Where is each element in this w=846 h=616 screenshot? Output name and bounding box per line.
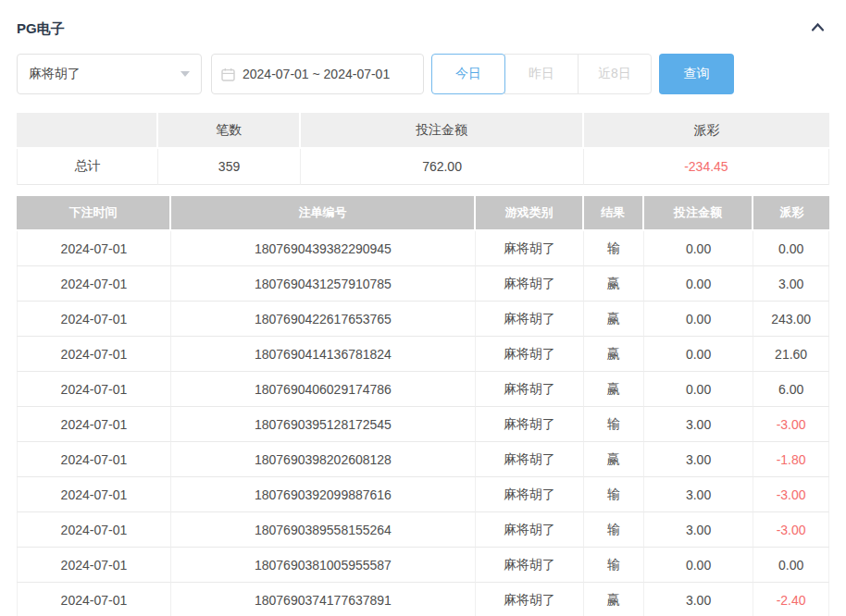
cell-result: 输 — [584, 548, 644, 583]
cell-ticket-number: 1807690395128172545 — [171, 407, 476, 442]
cell-result: 输 — [584, 477, 644, 512]
cell-payout: -3.00 — [753, 512, 829, 548]
cell-result: 赢 — [584, 372, 644, 407]
records-header-cell: 游戏类别 — [476, 196, 584, 231]
cell-payout: -3.00 — [753, 477, 829, 512]
summary-header-row: 笔数投注金额派彩 — [17, 113, 829, 149]
cell-bet-amount: 3.00 — [644, 407, 754, 442]
cell-ticket-number: 1807690389558155264 — [171, 512, 476, 548]
cell-bet-time: 2024-07-01 — [17, 372, 171, 407]
cell-result: 输 — [584, 407, 644, 442]
cell-ticket-number: 1807690422617653765 — [171, 302, 476, 337]
summary-total-label: 总计 — [17, 149, 158, 185]
cell-result: 输 — [584, 231, 644, 266]
cell-ticket-number: 1807690392099887616 — [171, 477, 476, 512]
cell-bet-time: 2024-07-01 — [17, 477, 171, 512]
cell-result: 赢 — [584, 442, 644, 477]
cell-bet-time: 2024-07-01 — [17, 407, 171, 442]
cell-game-category: 麻将胡了 — [476, 266, 584, 302]
yesterday-button[interactable]: 昨日 — [504, 54, 579, 94]
cell-ticket-number: 1807690398202608128 — [171, 442, 476, 477]
cell-bet-amount: 0.00 — [644, 372, 754, 407]
cell-ticket-number: 1807690381005955587 — [171, 548, 476, 583]
cell-bet-time: 2024-07-01 — [17, 548, 171, 583]
chevron-down-icon — [180, 71, 190, 77]
cell-payout: 0.00 — [753, 231, 829, 266]
cell-game-category: 麻将胡了 — [476, 512, 584, 548]
panel-header: PG电子 — [17, 0, 829, 39]
cell-result: 赢 — [584, 583, 644, 616]
cell-result: 赢 — [584, 337, 644, 372]
cell-ticket-number: 1807690374177637891 — [171, 583, 476, 616]
cell-payout: 0.00 — [753, 548, 829, 583]
cell-payout: 21.60 — [753, 337, 829, 372]
summary-header-cell: 笔数 — [158, 113, 302, 149]
game-select[interactable]: 麻将胡了 — [17, 54, 202, 94]
today-button[interactable]: 今日 — [431, 54, 505, 94]
cell-bet-time: 2024-07-01 — [17, 231, 171, 266]
cell-game-category: 麻将胡了 — [476, 372, 584, 407]
last8days-button[interactable]: 近8日 — [578, 54, 652, 94]
search-button[interactable]: 查询 — [659, 54, 734, 94]
cell-bet-amount: 0.00 — [644, 337, 754, 372]
calendar-icon — [221, 68, 235, 81]
summary-table: 笔数投注金额派彩 总计 359 762.00 -234.45 — [17, 113, 829, 185]
summary-total-row: 总计 359 762.00 -234.45 — [17, 149, 829, 185]
cell-bet-amount: 0.00 — [644, 302, 754, 337]
cell-ticket-number: 1807690414136781824 — [171, 337, 476, 372]
records-table: 下注时间注单编号游戏类别结果投注金额派彩 2024-07-01 18076904… — [17, 196, 829, 616]
cell-game-category: 麻将胡了 — [476, 302, 584, 337]
summary-bet-amount-value: 762.00 — [301, 149, 584, 185]
cell-bet-amount: 3.00 — [644, 512, 754, 548]
summary-count-value: 359 — [158, 149, 302, 185]
quick-date-group: 今日 昨日 近8日 — [431, 54, 652, 94]
pg-panel: PG电子 麻将胡了 2024-07-01 ~ 2024-07-01 — [0, 0, 846, 616]
cell-payout: -1.80 — [753, 442, 829, 477]
cell-result: 赢 — [584, 266, 644, 302]
collapse-button[interactable] — [810, 20, 829, 37]
summary-payout-value: -234.45 — [584, 149, 829, 185]
cell-bet-time: 2024-07-01 — [17, 337, 171, 372]
records-header-cell: 注单编号 — [171, 196, 476, 231]
records-header-cell: 结果 — [584, 196, 644, 231]
table-row: 2024-07-01 1807690431257910785 麻将胡了 赢 0.… — [17, 266, 829, 302]
cell-bet-time: 2024-07-01 — [17, 442, 171, 477]
summary-header-cell — [17, 113, 158, 149]
cell-bet-time: 2024-07-01 — [17, 583, 171, 616]
summary-header-cell: 投注金额 — [301, 113, 584, 149]
cell-bet-time: 2024-07-01 — [17, 302, 171, 337]
cell-ticket-number: 1807690431257910785 — [171, 266, 476, 302]
table-row: 2024-07-01 1807690381005955587 麻将胡了 输 0.… — [17, 548, 829, 583]
cell-payout: 243.00 — [753, 302, 829, 337]
cell-bet-amount: 0.00 — [644, 548, 754, 583]
cell-game-category: 麻将胡了 — [476, 548, 584, 583]
page-title: PG电子 — [17, 20, 65, 38]
cell-bet-amount: 0.00 — [644, 231, 754, 266]
cell-bet-amount: 3.00 — [644, 477, 754, 512]
chevron-up-icon — [810, 20, 826, 37]
table-row: 2024-07-01 1807690406029174786 麻将胡了 赢 0.… — [17, 372, 829, 407]
summary-header-cell: 派彩 — [584, 113, 829, 149]
cell-ticket-number: 1807690439382290945 — [171, 231, 476, 266]
game-select-value: 麻将胡了 — [29, 66, 81, 82]
cell-bet-amount: 0.00 — [644, 266, 754, 302]
table-row: 2024-07-01 1807690395128172545 麻将胡了 输 3.… — [17, 407, 829, 442]
date-range-input[interactable]: 2024-07-01 ~ 2024-07-01 — [211, 54, 424, 94]
records-header-cell: 投注金额 — [644, 196, 754, 231]
records-body: 2024-07-01 1807690439382290945 麻将胡了 输 0.… — [17, 231, 829, 616]
table-row: 2024-07-01 1807690374177637891 麻将胡了 赢 3.… — [17, 583, 829, 616]
cell-payout: -2.40 — [753, 583, 829, 616]
cell-result: 赢 — [584, 302, 644, 337]
records-header-cell: 下注时间 — [17, 196, 171, 231]
cell-game-category: 麻将胡了 — [476, 337, 584, 372]
cell-payout: 3.00 — [753, 266, 829, 302]
cell-payout: -3.00 — [753, 407, 829, 442]
cell-bet-time: 2024-07-01 — [17, 512, 171, 548]
table-row: 2024-07-01 1807690414136781824 麻将胡了 赢 0.… — [17, 337, 829, 372]
cell-game-category: 麻将胡了 — [476, 477, 584, 512]
records-header-cell: 派彩 — [753, 196, 829, 231]
cell-game-category: 麻将胡了 — [476, 407, 584, 442]
cell-bet-time: 2024-07-01 — [17, 266, 171, 302]
table-row: 2024-07-01 1807690422617653765 麻将胡了 赢 0.… — [17, 302, 829, 337]
cell-game-category: 麻将胡了 — [476, 442, 584, 477]
